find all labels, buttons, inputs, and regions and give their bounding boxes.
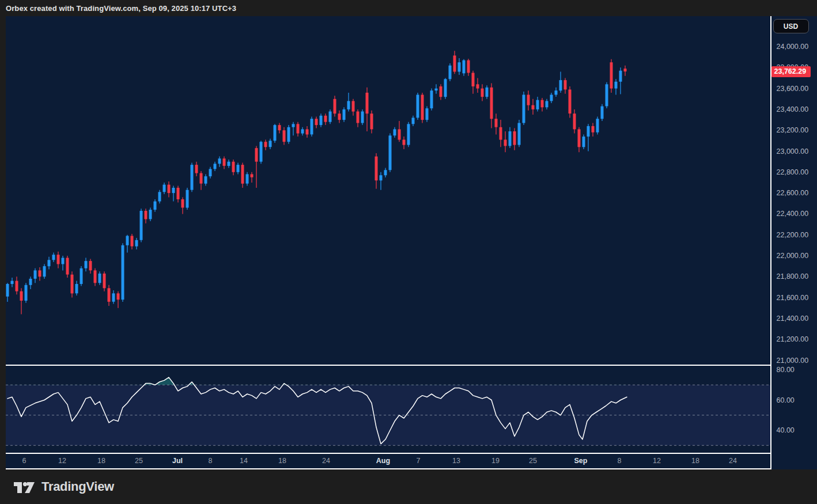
- price-tick-label: 21,200.00: [777, 335, 809, 343]
- price-tick-label: 22,800.00: [777, 168, 809, 176]
- time-tick-label: 6: [22, 457, 27, 465]
- price-tick-label: 21,600.00: [777, 294, 809, 302]
- time-tick-label: 8: [618, 457, 622, 465]
- last-price-tag: 23,762.29: [771, 66, 811, 77]
- chart-attribution-title: Orbex created with TradingView.com, Sep …: [6, 4, 236, 13]
- tradingview-logo-icon: [13, 479, 36, 495]
- time-tick-label: 18: [97, 457, 105, 465]
- time-tick-label: Jul: [172, 457, 183, 465]
- candles-layer: [6, 51, 627, 314]
- time-tick-label: 24: [322, 457, 330, 465]
- time-axis[interactable]: 6121825Jul8141824Aug7131925Sep8121824: [6, 453, 770, 468]
- price-tick-label: 23,000.00: [777, 147, 809, 156]
- price-tick-label: 22,600.00: [777, 189, 809, 197]
- time-tick-label: Sep: [574, 457, 588, 465]
- price-tick-label: 21,400.00: [777, 314, 809, 323]
- time-tick-label: 25: [529, 457, 537, 465]
- time-tick-label: 24: [729, 457, 737, 465]
- price-tick-label: 23,400.00: [777, 105, 809, 113]
- time-tick-label: Aug: [376, 457, 390, 465]
- price-tick-label: 22,400.00: [777, 210, 809, 218]
- rsi-layer: [6, 377, 770, 445]
- tradingview-chart-screenshot: Orbex created with TradingView.com, Sep …: [0, 0, 817, 504]
- time-tick-label: 19: [491, 457, 500, 465]
- time-tick-label: 12: [653, 457, 661, 465]
- price-tick-label: 23,600.00: [777, 85, 809, 93]
- left-frame: [0, 16, 6, 469]
- time-tick-label: 13: [452, 457, 460, 465]
- rsi-tick-label: 60.00: [777, 396, 795, 404]
- time-tick-label: 18: [691, 457, 699, 465]
- price-tick-label: 24,000.00: [777, 43, 809, 51]
- header-bar: Orbex created with TradingView.com, Sep …: [0, 0, 817, 16]
- time-tick-label: 12: [58, 457, 66, 465]
- tradingview-logo-text: TradingView: [41, 479, 114, 494]
- time-tick-label: 7: [417, 457, 421, 465]
- candlestick-pane[interactable]: [6, 16, 770, 365]
- time-tick-label: 25: [135, 457, 143, 465]
- time-tick-label: 14: [240, 457, 248, 465]
- rsi-time-separator: [6, 453, 817, 454]
- last-price-value: 23,762.29: [771, 67, 807, 75]
- pane-divider[interactable]: [6, 365, 817, 366]
- footer-bar: TradingView: [0, 469, 817, 504]
- price-tick-label: 22,200.00: [777, 231, 809, 239]
- price-tick-label: 21,800.00: [777, 272, 809, 281]
- tradingview-logo[interactable]: TradingView: [13, 479, 114, 495]
- chart-region[interactable]: 6121825Jul8141824Aug7131925Sep8121824: [6, 16, 770, 469]
- price-tick-label: 23,200.00: [777, 126, 809, 134]
- price-axis[interactable]: USD 24,000.0023,800.0023,600.0023,400.00…: [771, 16, 817, 469]
- rsi-pane[interactable]: [6, 365, 770, 453]
- rsi-tick-label: 40.00: [777, 426, 795, 434]
- currency-usd-button[interactable]: USD: [773, 19, 809, 33]
- time-tick-label: 18: [278, 457, 286, 465]
- price-tick-label: 21,000.00: [777, 357, 809, 365]
- time-tick-label: 8: [209, 457, 213, 465]
- rsi-tick-label: 80.00: [777, 366, 795, 374]
- price-tick-label: 22,000.00: [777, 252, 809, 260]
